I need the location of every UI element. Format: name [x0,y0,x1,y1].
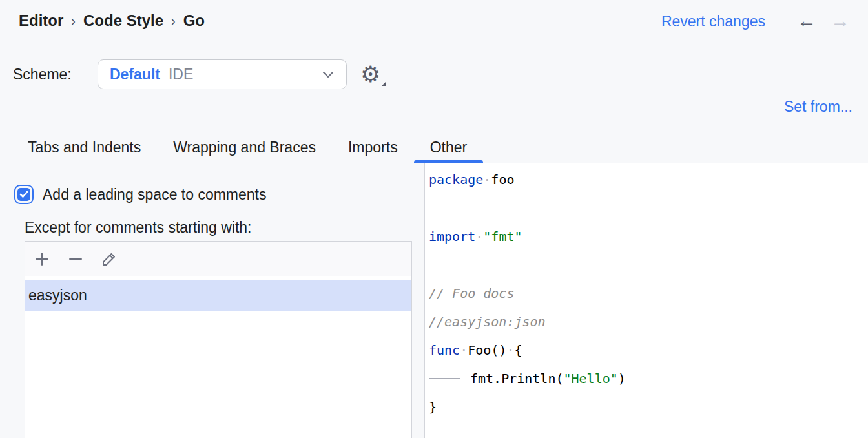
breadcrumb-separator: › [71,9,76,32]
code-line: fmt.Println("Hello") [429,364,868,393]
tab-imports[interactable]: Imports [332,132,414,163]
code-segment-tab [429,364,460,393]
breadcrumb: Editor›Code Style›Go [19,9,205,32]
tab-wrapping-and-braces[interactable]: Wrapping and Braces [157,132,332,163]
code-segment-ws: · [475,229,483,244]
exceptions-toolbar [25,242,411,276]
exceptions-list-box: easyjson [25,241,412,438]
exceptions-list: easyjson [25,276,411,311]
code-line [429,194,868,222]
code-line: // Foo docs [429,279,868,308]
scheme-value-primary: Default [110,66,160,83]
code-segment-keyword: package [429,172,483,187]
code-segment-plain: foo [491,172,514,187]
code-segment-comment: // Foo docs [429,286,514,301]
code-line: package·foo [429,165,868,194]
code-line [429,251,868,279]
code-segment-plain: } [429,399,437,415]
settings-page: Editor›Code Style›Go Revert changes ← → … [0,0,868,438]
leading-space-checkbox-row[interactable]: Add a leading space to comments [14,185,266,204]
edit-pencil-button[interactable] [100,250,118,268]
back-arrow-icon[interactable]: ← [797,9,816,32]
gear-icon: ⚙ [360,61,380,87]
set-from-link[interactable]: Set from... [784,97,852,116]
gear-dropdown-triangle-icon [382,81,386,86]
except-comments-label: Except for comments starting with: [25,218,252,236]
code-segment-ws: · [506,342,514,358]
code-line: import·"fmt" [429,222,868,251]
breadcrumb-item[interactable]: Go [183,10,205,32]
checkbox-checked-icon[interactable] [14,185,34,204]
code-segment-ws: · [483,172,491,187]
code-preview-panel: package·fooimport·"fmt"// Foo docs//easy… [425,163,868,438]
code-segment-string: "Hello" [564,371,618,386]
code-segment-string: "fmt" [483,229,522,244]
code-segment-keyword: func [429,342,460,358]
scheme-actions-button[interactable]: ⚙ [360,60,388,89]
scheme-dropdown[interactable]: Default IDE [98,59,347,89]
leading-space-checkbox-label: Add a leading space to comments [43,185,266,204]
revert-changes-link[interactable]: Revert changes [661,12,765,31]
code-line: } [429,393,868,421]
scheme-value-secondary: IDE [169,66,193,83]
forward-arrow-icon[interactable]: → [831,9,850,32]
code-line: //easyjson:json [429,308,868,336]
scheme-label: Scheme: [13,65,72,84]
code-segment-ws: · [460,342,468,358]
tabs: Tabs and IndentsWrapping and BracesImpor… [12,132,483,163]
code-segment-plain: Foo() [468,342,506,358]
code-segment-comment: //easyjson:json [429,314,546,329]
tab-tabs-and-indents[interactable]: Tabs and Indents [12,132,157,163]
breadcrumb-separator: › [171,9,176,32]
remove-button[interactable] [67,250,85,268]
code-segment-plain: fmt.Println( [470,371,564,386]
breadcrumb-item[interactable]: Editor [19,10,63,32]
code-line: func·Foo()·{ [429,336,868,364]
add-button[interactable] [33,250,51,268]
code-segment-plain: { [514,342,522,358]
tab-other[interactable]: Other [414,132,484,163]
code-segment-keyword: import [429,229,475,244]
chevron-down-icon [322,70,335,78]
breadcrumb-item[interactable]: Code Style [83,10,163,32]
code-segment-plain: ) [618,371,626,386]
list-item[interactable]: easyjson [25,280,411,311]
